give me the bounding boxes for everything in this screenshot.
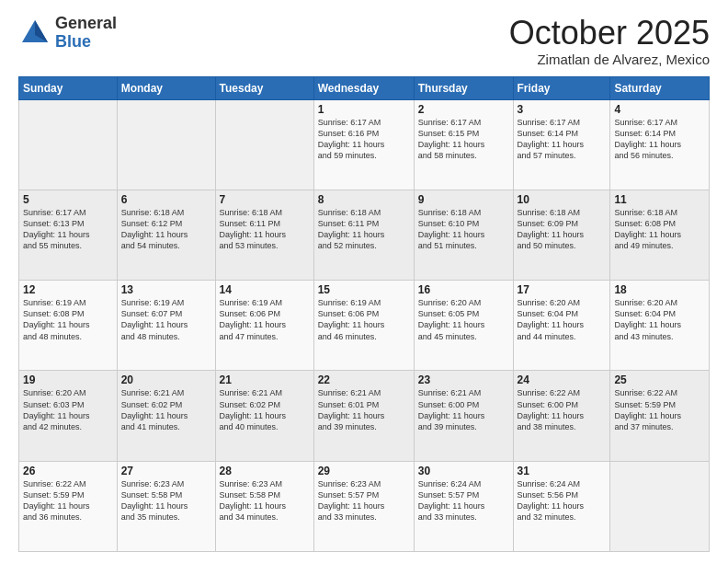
calendar-week-4: 19Sunrise: 6:20 AM Sunset: 6:03 PM Dayli… [19,371,710,461]
calendar-cell: 15Sunrise: 6:19 AM Sunset: 6:06 PM Dayli… [313,281,414,371]
day-number: 5 [23,193,113,206]
day-info: Sunrise: 6:18 AM Sunset: 6:09 PM Dayligh… [518,207,607,252]
day-number: 18 [614,283,705,296]
calendar-cell: 18Sunrise: 6:20 AM Sunset: 6:04 PM Dayli… [610,281,710,371]
day-number: 19 [23,373,113,386]
calendar-week-3: 12Sunrise: 6:19 AM Sunset: 6:08 PM Dayli… [19,281,710,371]
calendar-cell: 3Sunrise: 6:17 AM Sunset: 6:14 PM Daylig… [513,99,610,190]
calendar-cell: 19Sunrise: 6:20 AM Sunset: 6:03 PM Dayli… [19,371,118,461]
day-info: Sunrise: 6:21 AM Sunset: 6:01 PM Dayligh… [318,387,410,432]
day-number: 7 [220,193,310,206]
day-number: 1 [318,103,410,116]
day-number: 2 [418,103,509,116]
calendar-body: 1Sunrise: 6:17 AM Sunset: 6:16 PM Daylig… [19,99,710,551]
day-number: 16 [418,283,509,296]
calendar-cell: 28Sunrise: 6:23 AM Sunset: 5:58 PM Dayli… [215,461,313,551]
day-number: 11 [614,193,705,206]
logo-blue-text: Blue [55,33,117,52]
calendar-header: SundayMondayTuesdayWednesdayThursdayFrid… [19,76,710,99]
day-number: 13 [121,283,211,296]
calendar-cell [19,99,118,190]
day-info: Sunrise: 6:17 AM Sunset: 6:14 PM Dayligh… [518,117,607,162]
day-info: Sunrise: 6:24 AM Sunset: 5:57 PM Dayligh… [418,478,509,523]
calendar-cell: 5Sunrise: 6:17 AM Sunset: 6:13 PM Daylig… [19,190,118,280]
day-number: 27 [121,465,211,477]
calendar-week-5: 26Sunrise: 6:22 AM Sunset: 5:59 PM Dayli… [19,461,710,551]
day-number: 3 [518,103,607,116]
calendar-cell: 1Sunrise: 6:17 AM Sunset: 6:16 PM Daylig… [313,99,414,190]
calendar-cell: 26Sunrise: 6:22 AM Sunset: 5:59 PM Dayli… [19,461,118,551]
day-info: Sunrise: 6:18 AM Sunset: 6:12 PM Dayligh… [121,207,211,252]
calendar-cell: 22Sunrise: 6:21 AM Sunset: 6:01 PM Dayli… [313,371,414,461]
calendar-cell: 12Sunrise: 6:19 AM Sunset: 6:08 PM Dayli… [19,281,118,371]
day-info: Sunrise: 6:24 AM Sunset: 5:56 PM Dayligh… [518,478,607,523]
calendar-cell: 31Sunrise: 6:24 AM Sunset: 5:56 PM Dayli… [513,461,610,551]
day-info: Sunrise: 6:22 AM Sunset: 5:59 PM Dayligh… [614,387,705,432]
calendar-cell: 7Sunrise: 6:18 AM Sunset: 6:11 PM Daylig… [215,190,313,280]
calendar-cell: 14Sunrise: 6:19 AM Sunset: 6:06 PM Dayli… [215,281,313,371]
day-info: Sunrise: 6:23 AM Sunset: 5:58 PM Dayligh… [220,478,310,523]
location: Zimatlan de Alvarez, Mexico [509,52,710,67]
day-info: Sunrise: 6:20 AM Sunset: 6:04 PM Dayligh… [518,297,607,342]
calendar-cell: 20Sunrise: 6:21 AM Sunset: 6:02 PM Dayli… [117,371,215,461]
day-info: Sunrise: 6:19 AM Sunset: 6:06 PM Dayligh… [318,297,410,342]
day-number: 12 [23,283,113,296]
day-number: 17 [518,283,607,296]
day-number: 24 [518,373,607,386]
calendar-cell: 23Sunrise: 6:21 AM Sunset: 6:00 PM Dayli… [414,371,513,461]
day-info: Sunrise: 6:18 AM Sunset: 6:11 PM Dayligh… [220,207,310,252]
day-info: Sunrise: 6:19 AM Sunset: 6:08 PM Dayligh… [23,297,113,342]
calendar-cell [117,99,215,190]
logo-icon [18,17,51,50]
day-number: 30 [418,465,509,477]
day-info: Sunrise: 6:19 AM Sunset: 6:07 PM Dayligh… [121,297,211,342]
day-info: Sunrise: 6:17 AM Sunset: 6:16 PM Dayligh… [318,117,410,162]
day-info: Sunrise: 6:22 AM Sunset: 6:00 PM Dayligh… [518,387,607,432]
calendar-cell [215,99,313,190]
day-number: 23 [418,373,509,386]
day-info: Sunrise: 6:18 AM Sunset: 6:08 PM Dayligh… [614,207,705,252]
header-right: October 2025 Zimatlan de Alvarez, Mexico [509,15,710,67]
calendar: SundayMondayTuesdayWednesdayThursdayFrid… [18,76,710,552]
calendar-cell: 29Sunrise: 6:23 AM Sunset: 5:57 PM Dayli… [313,461,414,551]
day-info: Sunrise: 6:19 AM Sunset: 6:06 PM Dayligh… [220,297,310,342]
calendar-cell: 4Sunrise: 6:17 AM Sunset: 6:14 PM Daylig… [610,99,710,190]
day-info: Sunrise: 6:22 AM Sunset: 5:59 PM Dayligh… [23,478,113,523]
day-number: 4 [614,103,705,116]
month-title: October 2025 [509,15,710,52]
logo-text: General Blue [55,15,117,52]
weekday-header-thursday: Thursday [414,76,513,99]
header: General Blue October 2025 Zimatlan de Al… [18,15,710,67]
day-number: 6 [121,193,211,206]
calendar-cell: 9Sunrise: 6:18 AM Sunset: 6:10 PM Daylig… [414,190,513,280]
calendar-cell: 8Sunrise: 6:18 AM Sunset: 6:11 PM Daylig… [313,190,414,280]
weekday-header-tuesday: Tuesday [215,76,313,99]
day-number: 26 [23,465,113,477]
day-info: Sunrise: 6:23 AM Sunset: 5:57 PM Dayligh… [318,478,410,523]
day-number: 25 [614,373,705,386]
weekday-header-friday: Friday [513,76,610,99]
day-info: Sunrise: 6:17 AM Sunset: 6:13 PM Dayligh… [23,207,113,252]
day-number: 10 [518,193,607,206]
day-info: Sunrise: 6:20 AM Sunset: 6:04 PM Dayligh… [614,297,705,342]
day-info: Sunrise: 6:20 AM Sunset: 6:05 PM Dayligh… [418,297,509,342]
weekday-header-monday: Monday [117,76,215,99]
day-info: Sunrise: 6:21 AM Sunset: 6:00 PM Dayligh… [418,387,509,432]
page: General Blue October 2025 Zimatlan de Al… [0,0,728,563]
day-number: 21 [220,373,310,386]
calendar-cell: 13Sunrise: 6:19 AM Sunset: 6:07 PM Dayli… [117,281,215,371]
calendar-cell: 24Sunrise: 6:22 AM Sunset: 6:00 PM Dayli… [513,371,610,461]
day-number: 20 [121,373,211,386]
calendar-cell: 25Sunrise: 6:22 AM Sunset: 5:59 PM Dayli… [610,371,710,461]
day-info: Sunrise: 6:21 AM Sunset: 6:02 PM Dayligh… [220,387,310,432]
day-info: Sunrise: 6:20 AM Sunset: 6:03 PM Dayligh… [23,387,113,432]
calendar-cell: 17Sunrise: 6:20 AM Sunset: 6:04 PM Dayli… [513,281,610,371]
day-number: 15 [318,283,410,296]
logo-general-text: General [55,15,117,33]
day-number: 8 [318,193,410,206]
day-number: 29 [318,465,410,477]
day-number: 31 [518,465,607,477]
weekday-header-saturday: Saturday [610,76,710,99]
calendar-cell: 6Sunrise: 6:18 AM Sunset: 6:12 PM Daylig… [117,190,215,280]
day-number: 22 [318,373,410,386]
